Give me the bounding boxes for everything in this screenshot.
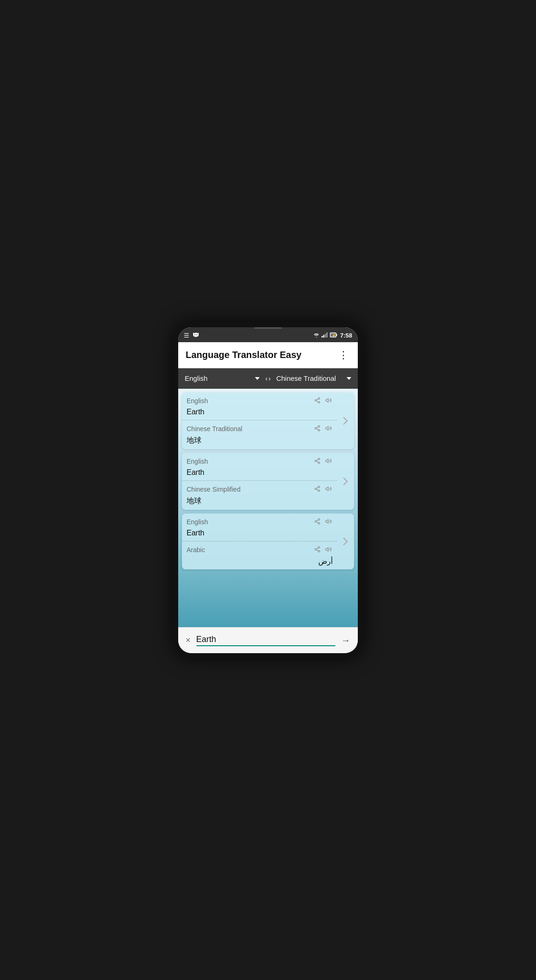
source-lang-dropdown-arrow	[255, 377, 260, 380]
card-3-target-section: Arabic	[182, 541, 337, 569]
card-1-volume-icon[interactable]	[324, 396, 333, 406]
card-2-share-icon[interactable]	[313, 457, 322, 466]
svg-point-40	[315, 548, 317, 550]
card-1-target-share-icon[interactable]	[313, 424, 322, 434]
source-language-selector[interactable]: English	[182, 374, 262, 382]
swap-language-button[interactable]: ‹ ›	[262, 375, 273, 382]
note-icon: ☰	[184, 332, 189, 339]
card-3-volume-icon[interactable]	[324, 517, 333, 527]
svg-line-24	[316, 461, 318, 462]
card-2-source-header: English	[187, 457, 333, 466]
phone-screen: ☰	[178, 327, 358, 653]
translation-list: English	[178, 389, 358, 627]
card-1-target-volume-icon[interactable]	[324, 424, 333, 434]
input-underline	[196, 645, 335, 646]
svg-point-21	[318, 458, 320, 460]
card-1-arrow	[337, 392, 354, 449]
translation-card-3-inner: English	[182, 514, 354, 569]
submit-button[interactable]: →	[339, 633, 352, 648]
svg-point-41	[318, 550, 320, 552]
bottom-input-bar: × →	[178, 627, 358, 653]
swap-left-icon: ‹	[265, 375, 268, 382]
svg-rect-2	[322, 336, 323, 338]
card-2-target-volume-icon[interactable]	[324, 485, 333, 494]
battery-icon: ⚡	[330, 332, 337, 339]
svg-rect-7	[336, 334, 337, 336]
card-3-source-section: English	[182, 514, 337, 541]
svg-point-16	[315, 427, 317, 429]
menu-button[interactable]: ⋮	[336, 347, 350, 363]
svg-marker-44	[326, 547, 328, 551]
svg-point-23	[318, 462, 320, 464]
card-1-source-header: English	[187, 396, 333, 406]
svg-rect-5	[326, 332, 328, 338]
input-area	[196, 635, 335, 646]
svg-line-13	[316, 399, 318, 399]
card-2-source-icons	[313, 457, 333, 466]
card-1-target-icons	[313, 424, 333, 434]
svg-point-9	[318, 398, 320, 399]
svg-line-12	[316, 400, 318, 401]
card-1-content: English	[182, 392, 337, 449]
cat-icon	[192, 331, 200, 339]
translation-card-1: English	[182, 392, 354, 449]
translation-card-2-inner: English	[182, 453, 354, 510]
card-3-target-share-icon[interactable]	[313, 545, 322, 555]
card-2-source-text: Earth	[187, 467, 333, 477]
svg-point-29	[318, 490, 320, 492]
card-3-source-lang: English	[187, 518, 208, 526]
card-3-share-icon[interactable]	[313, 517, 322, 527]
svg-marker-32	[326, 487, 328, 490]
svg-point-28	[315, 488, 317, 490]
clear-input-button[interactable]: ×	[184, 634, 193, 647]
svg-line-30	[316, 489, 318, 490]
card-3-arrow	[337, 514, 354, 569]
card-3-source-icons	[313, 517, 333, 527]
search-input[interactable]	[196, 635, 335, 644]
svg-line-36	[316, 521, 318, 522]
svg-point-35	[318, 522, 320, 524]
card-2-target-lang: Chinese Simplified	[187, 486, 241, 493]
wifi-icon	[313, 332, 320, 339]
svg-point-33	[318, 519, 320, 520]
card-2-target-header: Chinese Simplified	[187, 485, 333, 494]
svg-point-39	[318, 547, 320, 548]
translation-card-2: English	[182, 453, 354, 510]
time-display: 7:58	[340, 332, 352, 339]
card-1-row: English	[182, 392, 354, 449]
card-3-target-volume-icon[interactable]	[324, 545, 333, 555]
svg-line-43	[316, 547, 318, 548]
svg-line-25	[316, 459, 318, 460]
card-1-source-lang: English	[187, 397, 208, 405]
svg-rect-3	[323, 335, 324, 338]
card-3-source-header: English	[187, 517, 333, 527]
language-selector-bar: English ‹ › Chinese Traditional	[178, 368, 358, 389]
card-1-share-icon[interactable]	[313, 396, 322, 406]
card-2-content: English	[182, 453, 337, 510]
svg-text:⚡: ⚡	[332, 333, 336, 338]
card-1-target-section: Chinese Traditional	[182, 420, 337, 449]
source-language-label: English	[185, 374, 253, 382]
translation-card-1-inner: English	[182, 392, 354, 449]
card-1-source-icons	[313, 396, 333, 406]
phone-frame: ☰	[174, 323, 362, 658]
card-2-volume-icon[interactable]	[324, 457, 333, 466]
app-bar: Language Translator Easy ⋮	[178, 342, 358, 368]
svg-point-0	[194, 334, 195, 335]
svg-point-11	[318, 401, 320, 403]
svg-line-19	[316, 426, 318, 427]
svg-line-42	[316, 549, 318, 550]
svg-marker-26	[326, 459, 328, 462]
target-language-selector[interactable]: Chinese Traditional	[274, 374, 354, 382]
status-left-icons: ☰	[184, 331, 200, 339]
svg-point-27	[318, 486, 320, 488]
svg-line-31	[316, 487, 318, 488]
card-3-source-text: Earth	[187, 528, 333, 537]
card-1-target-lang: Chinese Traditional	[187, 425, 242, 433]
card-2-target-share-icon[interactable]	[313, 485, 322, 494]
svg-point-1	[196, 334, 197, 335]
svg-line-37	[316, 520, 318, 520]
card-3-target-text: أرض	[187, 556, 333, 566]
card-3-content: English	[182, 514, 337, 569]
card-3-target-icons	[313, 545, 333, 555]
